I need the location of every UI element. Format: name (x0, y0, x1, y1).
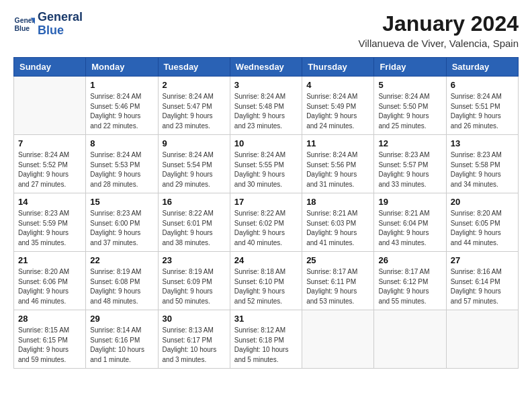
calendar-cell: 8Sunrise: 8:24 AMSunset: 5:53 PMDaylight… (86, 135, 158, 193)
day-info: Sunrise: 8:21 AMSunset: 6:03 PMDaylight:… (306, 209, 369, 248)
day-info: Sunrise: 8:20 AMSunset: 6:06 PMDaylight:… (18, 267, 81, 306)
column-header-monday: Monday (86, 58, 158, 77)
calendar-cell: 29Sunrise: 8:14 AMSunset: 6:16 PMDayligh… (86, 310, 158, 369)
calendar-week-row: 7Sunrise: 8:24 AMSunset: 5:52 PMDaylight… (14, 135, 519, 193)
calendar-cell: 17Sunrise: 8:22 AMSunset: 6:02 PMDayligh… (230, 193, 302, 252)
day-number: 10 (234, 138, 298, 148)
day-number: 26 (378, 255, 441, 265)
logo-text-blue: Blue (38, 24, 83, 38)
calendar-cell (14, 77, 86, 135)
day-number: 2 (163, 80, 226, 90)
day-number: 14 (18, 197, 81, 207)
day-info: Sunrise: 8:24 AMSunset: 5:51 PMDaylight:… (451, 92, 514, 131)
day-number: 12 (378, 138, 441, 148)
day-number: 19 (378, 197, 441, 207)
day-info: Sunrise: 8:23 AMSunset: 5:59 PMDaylight:… (18, 209, 81, 248)
day-number: 9 (163, 138, 226, 148)
day-number: 20 (451, 197, 514, 207)
day-number: 22 (90, 255, 153, 265)
subtitle: Villanueva de Viver, Valencia, Spain (359, 38, 519, 49)
main-title: January 2024 (359, 11, 519, 36)
day-number: 23 (163, 255, 226, 265)
logo: General Blue General Blue (13, 11, 83, 38)
day-info: Sunrise: 8:24 AMSunset: 5:53 PMDaylight:… (90, 150, 153, 189)
day-info: Sunrise: 8:24 AMSunset: 5:50 PMDaylight:… (378, 92, 441, 131)
day-info: Sunrise: 8:24 AMSunset: 5:47 PMDaylight:… (163, 92, 226, 131)
column-header-wednesday: Wednesday (230, 58, 302, 77)
day-number: 17 (234, 197, 298, 207)
calendar-cell: 31Sunrise: 8:12 AMSunset: 6:18 PMDayligh… (230, 310, 302, 369)
calendar-cell: 28Sunrise: 8:15 AMSunset: 6:15 PMDayligh… (14, 310, 86, 369)
day-number: 1 (90, 80, 153, 90)
calendar-cell: 10Sunrise: 8:24 AMSunset: 5:55 PMDayligh… (230, 135, 302, 193)
day-number: 6 (451, 80, 514, 90)
day-info: Sunrise: 8:23 AMSunset: 5:58 PMDaylight:… (451, 150, 514, 189)
calendar-cell: 12Sunrise: 8:23 AMSunset: 5:57 PMDayligh… (374, 135, 446, 193)
day-info: Sunrise: 8:13 AMSunset: 6:17 PMDaylight:… (163, 326, 226, 365)
day-info: Sunrise: 8:20 AMSunset: 6:05 PMDaylight:… (451, 209, 514, 248)
calendar-cell: 25Sunrise: 8:17 AMSunset: 6:11 PMDayligh… (302, 252, 374, 310)
logo-icon: General Blue (13, 13, 35, 35)
day-number: 13 (451, 138, 514, 148)
day-number: 28 (18, 314, 81, 324)
day-number: 29 (90, 314, 153, 324)
day-info: Sunrise: 8:17 AMSunset: 6:11 PMDaylight:… (306, 267, 369, 306)
calendar-cell: 24Sunrise: 8:18 AMSunset: 6:10 PMDayligh… (230, 252, 302, 310)
calendar-cell: 9Sunrise: 8:24 AMSunset: 5:54 PMDaylight… (158, 135, 230, 193)
calendar-cell: 30Sunrise: 8:13 AMSunset: 6:17 PMDayligh… (158, 310, 230, 369)
day-info: Sunrise: 8:24 AMSunset: 5:48 PMDaylight:… (234, 92, 298, 131)
calendar-cell: 15Sunrise: 8:23 AMSunset: 6:00 PMDayligh… (86, 193, 158, 252)
calendar-cell: 16Sunrise: 8:22 AMSunset: 6:01 PMDayligh… (158, 193, 230, 252)
title-section: January 2024 Villanueva de Viver, Valenc… (359, 11, 519, 49)
calendar-cell: 4Sunrise: 8:24 AMSunset: 5:49 PMDaylight… (302, 77, 374, 135)
day-number: 25 (306, 255, 369, 265)
calendar-cell: 23Sunrise: 8:19 AMSunset: 6:09 PMDayligh… (158, 252, 230, 310)
calendar-cell: 13Sunrise: 8:23 AMSunset: 5:58 PMDayligh… (446, 135, 518, 193)
calendar-cell: 6Sunrise: 8:24 AMSunset: 5:51 PMDaylight… (446, 77, 518, 135)
calendar-cell: 5Sunrise: 8:24 AMSunset: 5:50 PMDaylight… (374, 77, 446, 135)
column-header-thursday: Thursday (302, 58, 374, 77)
day-info: Sunrise: 8:24 AMSunset: 5:55 PMDaylight:… (234, 150, 298, 189)
day-info: Sunrise: 8:21 AMSunset: 6:04 PMDaylight:… (378, 209, 441, 248)
logo-text-general: General (38, 11, 83, 24)
svg-text:Blue: Blue (15, 24, 30, 32)
calendar-table: SundayMondayTuesdayWednesdayThursdayFrid… (13, 57, 519, 369)
calendar-cell: 20Sunrise: 8:20 AMSunset: 6:05 PMDayligh… (446, 193, 518, 252)
day-info: Sunrise: 8:18 AMSunset: 6:10 PMDaylight:… (234, 267, 298, 306)
day-info: Sunrise: 8:15 AMSunset: 6:15 PMDaylight:… (18, 326, 81, 365)
day-info: Sunrise: 8:12 AMSunset: 6:18 PMDaylight:… (234, 326, 298, 365)
calendar-cell: 18Sunrise: 8:21 AMSunset: 6:03 PMDayligh… (302, 193, 374, 252)
day-info: Sunrise: 8:22 AMSunset: 6:01 PMDaylight:… (163, 209, 226, 248)
calendar-week-row: 1Sunrise: 8:24 AMSunset: 5:46 PMDaylight… (14, 77, 519, 135)
day-number: 15 (90, 197, 153, 207)
day-number: 5 (378, 80, 441, 90)
calendar-cell: 1Sunrise: 8:24 AMSunset: 5:46 PMDaylight… (86, 77, 158, 135)
column-header-friday: Friday (374, 58, 446, 77)
day-info: Sunrise: 8:19 AMSunset: 6:08 PMDaylight:… (90, 267, 153, 306)
calendar-cell: 22Sunrise: 8:19 AMSunset: 6:08 PMDayligh… (86, 252, 158, 310)
day-info: Sunrise: 8:23 AMSunset: 6:00 PMDaylight:… (90, 209, 153, 248)
day-info: Sunrise: 8:16 AMSunset: 6:14 PMDaylight:… (451, 267, 514, 306)
day-number: 30 (163, 314, 226, 324)
page-header: General Blue General Blue January 2024 V… (13, 11, 519, 49)
day-info: Sunrise: 8:17 AMSunset: 6:12 PMDaylight:… (378, 267, 441, 306)
day-info: Sunrise: 8:24 AMSunset: 5:54 PMDaylight:… (163, 150, 226, 189)
day-info: Sunrise: 8:14 AMSunset: 6:16 PMDaylight:… (90, 326, 153, 365)
day-number: 3 (234, 80, 298, 90)
calendar-cell (374, 310, 446, 369)
day-number: 16 (163, 197, 226, 207)
calendar-cell: 26Sunrise: 8:17 AMSunset: 6:12 PMDayligh… (374, 252, 446, 310)
column-header-sunday: Sunday (14, 58, 86, 77)
day-number: 18 (306, 197, 369, 207)
day-number: 11 (306, 138, 369, 148)
day-number: 8 (90, 138, 153, 148)
day-info: Sunrise: 8:24 AMSunset: 5:46 PMDaylight:… (90, 92, 153, 131)
day-info: Sunrise: 8:23 AMSunset: 5:57 PMDaylight:… (378, 150, 441, 189)
day-info: Sunrise: 8:24 AMSunset: 5:49 PMDaylight:… (306, 92, 369, 131)
calendar-cell: 2Sunrise: 8:24 AMSunset: 5:47 PMDaylight… (158, 77, 230, 135)
column-header-saturday: Saturday (446, 58, 518, 77)
calendar-cell: 19Sunrise: 8:21 AMSunset: 6:04 PMDayligh… (374, 193, 446, 252)
calendar-cell: 7Sunrise: 8:24 AMSunset: 5:52 PMDaylight… (14, 135, 86, 193)
day-number: 27 (451, 255, 514, 265)
day-info: Sunrise: 8:24 AMSunset: 5:56 PMDaylight:… (306, 150, 369, 189)
